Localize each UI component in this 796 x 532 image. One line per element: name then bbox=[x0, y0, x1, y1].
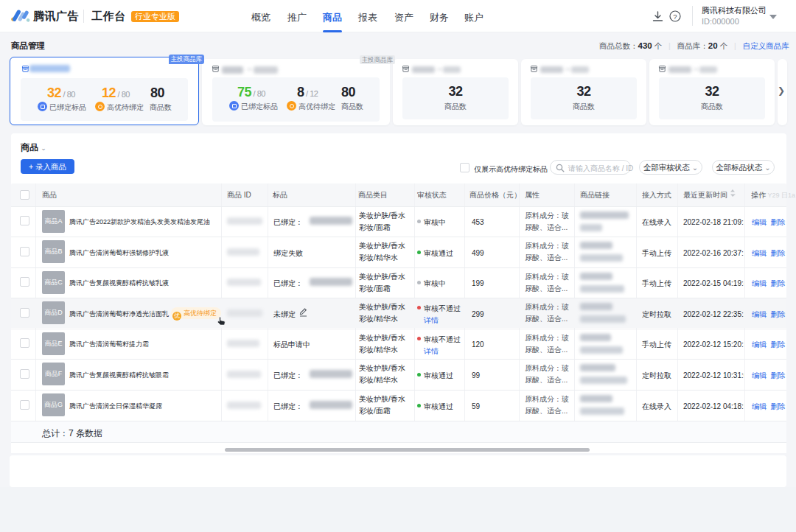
svg-text:?: ? bbox=[673, 13, 677, 21]
